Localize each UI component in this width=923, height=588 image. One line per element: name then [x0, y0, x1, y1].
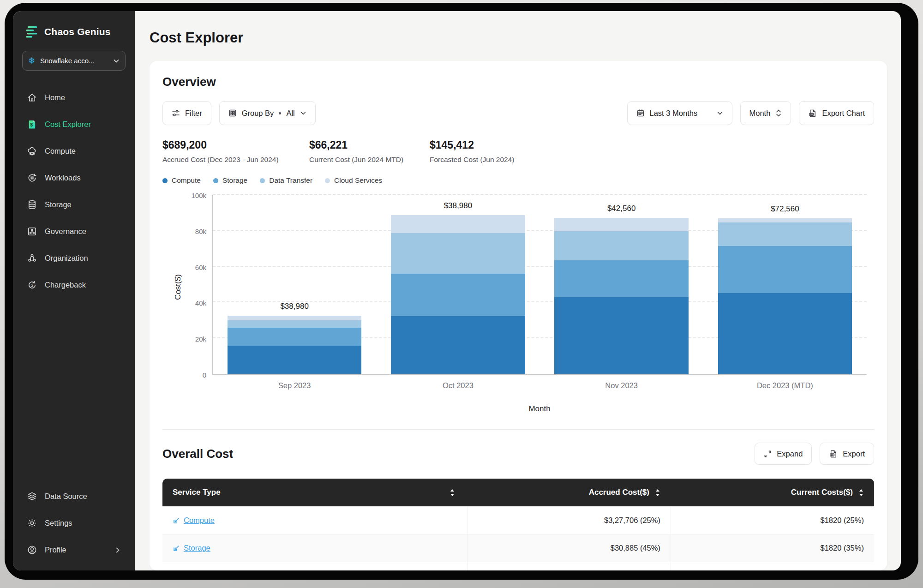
legend-label: Cloud Services	[334, 176, 382, 185]
column-header-label: Current Costs($)	[791, 488, 853, 497]
sidebar-item-label: Home	[45, 93, 65, 102]
bar-segment-cloud-services[interactable]	[554, 218, 688, 231]
stacked-bar[interactable]	[391, 215, 525, 374]
sidebar-item-compute[interactable]: Compute	[22, 141, 126, 162]
bar-segment-storage[interactable]	[228, 328, 361, 346]
bar-segment-storage[interactable]	[718, 246, 852, 293]
service-link-compute[interactable]: Compute	[173, 516, 215, 525]
granularity-select[interactable]: Month	[740, 101, 791, 125]
sidebar-item-profile[interactable]: Profile	[22, 540, 126, 560]
cost-explorer-icon: $	[27, 119, 37, 130]
legend-item-storage: Storage	[213, 176, 247, 185]
sidebar-item-storage[interactable]: Storage	[22, 194, 126, 215]
bar-segment-cloud-services[interactable]	[228, 316, 361, 320]
x-tick-label: Sep 2023	[213, 381, 376, 390]
column-header-current-costs[interactable]: Current Costs($)	[671, 479, 874, 506]
storage-database-icon	[27, 199, 37, 210]
bar-segment-compute[interactable]	[718, 293, 852, 374]
sidebar-item-label: Organization	[45, 254, 88, 263]
export-button[interactable]: Export	[820, 443, 874, 465]
overview-card: Overview Filter Gr	[150, 61, 887, 570]
sidebar-item-chargeback[interactable]: $ Chargeback	[22, 275, 126, 295]
bar-segment-storage[interactable]	[554, 260, 688, 297]
legend-dot	[213, 178, 218, 183]
column-header-label: Accrued Cost($)	[589, 488, 649, 497]
bar-segment-data-transfer[interactable]	[554, 231, 688, 260]
bar-segment-compute[interactable]	[554, 297, 688, 374]
sidebar-item-cost-explorer[interactable]: $ Cost Explorer	[22, 114, 126, 135]
sidebar-item-label: Cost Explorer	[45, 120, 91, 129]
sidebar-item-label: Workloads	[45, 174, 81, 182]
workloads-icon	[27, 173, 37, 183]
legend-label: Storage	[222, 176, 247, 185]
bar-segment-cloud-services[interactable]	[718, 218, 852, 222]
sort-icon[interactable]	[655, 489, 660, 497]
stacked-bar[interactable]	[718, 218, 852, 374]
group-by-label: Group By	[242, 109, 274, 118]
svg-text:$: $	[31, 283, 33, 288]
sidebar-item-organization[interactable]: Organization	[22, 248, 126, 269]
column-header-service-type[interactable]: Service Type	[162, 479, 467, 506]
filter-button[interactable]: Filter	[162, 101, 211, 125]
sidebar-item-label: Governance	[45, 227, 86, 236]
stacked-bar[interactable]	[228, 316, 361, 374]
csv-file-icon	[829, 450, 838, 458]
accrued-cost-cell: $30,885 (45%)	[467, 534, 671, 562]
screenshot-background: Chaos Genius ❄ Snowflake acco... Home	[0, 0, 923, 588]
overview-toolbar: Filter Group By All	[162, 101, 874, 125]
export-chart-button[interactable]: Export Chart	[799, 101, 874, 125]
sidebar-item-settings[interactable]: Settings	[22, 513, 126, 534]
export-chart-label: Export Chart	[822, 109, 865, 118]
sidebar-item-home[interactable]: Home	[22, 87, 126, 108]
expand-button[interactable]: Expand	[755, 443, 812, 465]
drill-link-icon	[173, 545, 180, 552]
bar-segment-data-transfer[interactable]	[718, 222, 852, 246]
bar-total-label: $38,980	[213, 302, 376, 311]
column-header-label: Service Type	[173, 488, 221, 497]
page-title: Cost Explorer	[150, 30, 887, 46]
column-header-accrued-cost[interactable]: Accrued Cost($)	[467, 479, 671, 506]
bar-segment-cloud-services[interactable]	[391, 215, 525, 233]
date-range-dropdown[interactable]: Last 3 Months	[627, 101, 732, 125]
main-content: Cost Explorer Overview Filter	[135, 11, 901, 570]
sidebar-item-data-source[interactable]: Data Source	[22, 486, 126, 507]
overall-cost-table: Service Type Accrued Cost($) Current Cos…	[162, 479, 874, 570]
organization-icon	[27, 253, 37, 264]
bar-segment-data-transfer[interactable]	[391, 233, 525, 274]
y-axis-label: Cost($)	[174, 274, 183, 300]
group-by-dropdown[interactable]: Group By All	[219, 101, 316, 125]
app-window: Chaos Genius ❄ Snowflake acco... Home	[13, 11, 901, 570]
current-cost-cell: $0 (0%)	[671, 562, 874, 570]
x-tick-label: Dec 2023 (MTD)	[703, 381, 867, 390]
data-source-layers-icon	[27, 491, 37, 502]
account-selector-label: Snowflake acco...	[40, 57, 108, 65]
y-tick-label: 0	[180, 371, 206, 379]
toolbar-right: Last 3 Months Month	[627, 101, 874, 125]
bar-segment-data-transfer[interactable]	[228, 320, 361, 328]
stat-label: Current Cost (Jun 2024 MTD)	[309, 156, 430, 164]
stat-current-cost: $66,221 Current Cost (Jun 2024 MTD)	[309, 139, 430, 164]
chargeback-icon: $	[27, 280, 37, 290]
legend-label: Compute	[172, 176, 201, 185]
legend-dot	[162, 178, 168, 183]
up-down-chevrons-icon	[775, 109, 782, 117]
service-link-storage[interactable]: Storage	[173, 544, 210, 552]
sidebar-footer-nav: Data Source Settings Profile	[22, 486, 126, 560]
overview-title: Overview	[162, 75, 874, 89]
bar-segment-compute[interactable]	[391, 316, 525, 374]
chevron-down-icon	[113, 58, 120, 64]
sidebar-item-governance[interactable]: Governance	[22, 221, 126, 242]
overall-cost-title: Overall Cost	[162, 447, 233, 461]
sort-icon[interactable]	[858, 489, 864, 497]
snowflake-icon: ❄	[28, 56, 36, 65]
x-tick-label: Oct 2023	[376, 381, 539, 390]
sort-icon[interactable]	[450, 489, 455, 497]
bar-segment-compute[interactable]	[228, 346, 361, 374]
account-selector[interactable]: ❄ Snowflake acco...	[22, 51, 126, 71]
bar-segment-storage[interactable]	[391, 274, 525, 316]
stacked-bar[interactable]	[554, 218, 688, 374]
overall-cost-header: Overall Cost Expand Export	[162, 443, 874, 465]
legend-dot	[325, 178, 330, 183]
legend-item-compute: Compute	[162, 176, 201, 185]
sidebar-item-workloads[interactable]: Workloads	[22, 168, 126, 188]
